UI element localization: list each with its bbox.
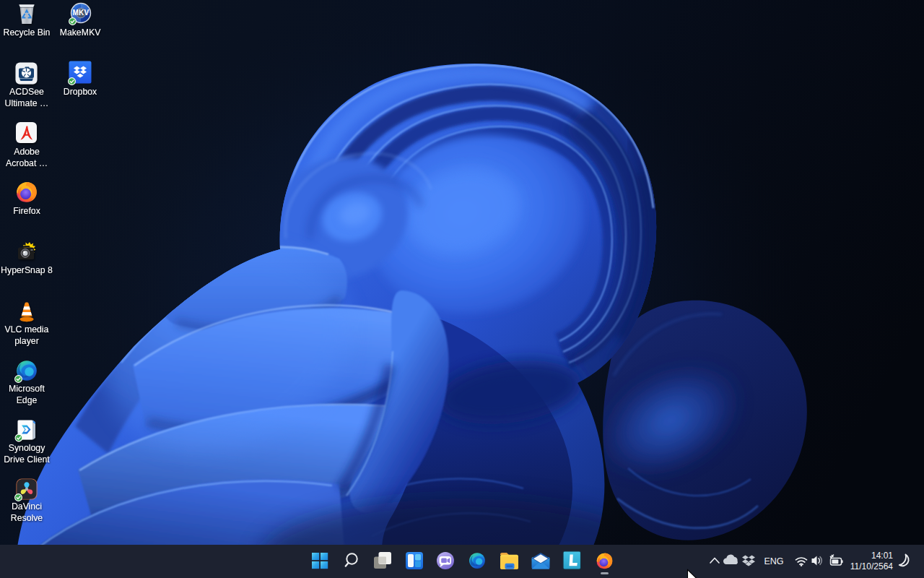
svg-text:MakeMKV: MakeMKV [60,27,102,38]
svg-text:HyperSnap 8: HyperSnap 8 [1,265,53,275]
svg-text:Resolve: Resolve [11,513,43,523]
svg-text:Adobe: Adobe [14,147,40,157]
svg-text:14:01: 14:01 [871,551,893,561]
svg-text:Ultimate …: Ultimate … [5,98,49,108]
svg-text:Acrobat …: Acrobat … [6,158,48,168]
svg-text:Drive Client: Drive Client [4,454,50,465]
svg-text:Recycle Bin: Recycle Bin [4,27,51,38]
svg-text:Microsoft: Microsoft [9,384,45,394]
svg-text:Edge: Edge [17,395,38,405]
svg-text:DaVinci: DaVinci [12,501,42,512]
svg-text:Synology: Synology [9,443,45,453]
svg-text:MKV: MKV [73,9,90,17]
svg-text:player: player [14,336,39,346]
svg-text:Firefox: Firefox [13,206,40,216]
svg-text:ACDSee: ACDSee [9,87,44,97]
svg-text:Dropbox: Dropbox [64,87,97,97]
svg-text:VLC media: VLC media [5,324,49,335]
svg-text:11/10/2564: 11/10/2564 [850,561,893,571]
svg-text:ENG: ENG [764,556,783,566]
